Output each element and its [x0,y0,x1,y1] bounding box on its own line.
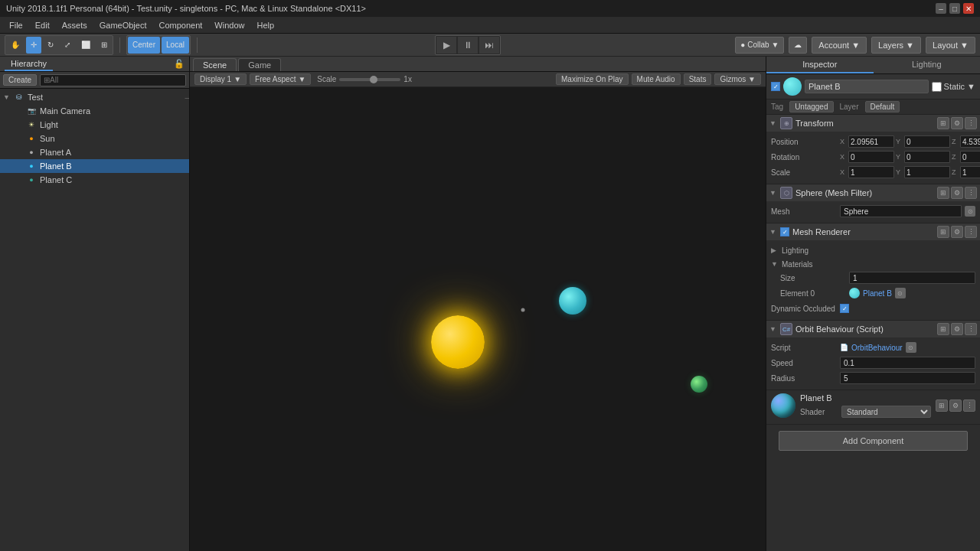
transform-menu-icon[interactable]: ⋮ [965,117,977,129]
pos-x-input[interactable] [848,135,894,148]
display-dropdown[interactable]: Display 1 ▼ [194,73,247,85]
speed-value-input[interactable] [840,357,975,369]
orbit-header[interactable]: ▼ C# Orbit Behaviour (Script) ⊞ ⚙ ⋮ [766,321,980,337]
materials-row[interactable]: ▼ Materials [771,257,975,271]
scale-y-input[interactable] [904,166,950,178]
maximize-on-play-button[interactable]: Maximize On Play [556,73,629,85]
menu-gameobject[interactable]: GameObject [93,19,153,31]
pos-y-input[interactable] [904,135,950,148]
menu-component[interactable]: Component [152,19,208,31]
mesh-target-icon[interactable]: ⊙ [965,206,975,217]
scale-slider[interactable] [339,78,400,81]
local-button[interactable]: Local [162,37,189,54]
pos-z-input[interactable] [960,135,980,148]
mesh-renderer-checkbox[interactable]: ✓ [780,227,789,236]
menu-help[interactable]: Help [250,19,280,31]
script-value[interactable]: OrbitBehaviour [851,344,903,352]
collab-button[interactable]: ● Collab ▼ [735,37,784,54]
hierarchy-item-planeta[interactable]: ● Planet A [0,145,189,159]
hierarchy-item-light[interactable]: ☀ Light [0,118,189,132]
static-toggle: Static ▼ [932,82,975,92]
static-checkbox[interactable] [932,82,942,92]
rot-y-input[interactable] [904,151,950,163]
size-value-input[interactable] [849,272,975,284]
rotate-tool-button[interactable]: ↻ [43,37,58,54]
transform-tool-button[interactable]: ⊞ [96,37,112,54]
menu-edit[interactable]: Edit [29,19,56,31]
hierarchy-item-maincamera[interactable]: 📷 Main Camera [0,104,189,118]
mute-audio-button[interactable]: Mute Audio [632,73,681,85]
scale-tool-button[interactable]: ⤢ [60,37,75,54]
game-tab[interactable]: Game [238,58,281,71]
close-button[interactable]: ✕ [963,3,974,14]
menu-file[interactable]: File [3,19,29,31]
object-active-checkbox[interactable]: ✓ [771,82,780,91]
object-name-input[interactable] [805,80,929,93]
minimize-button[interactable]: – [936,3,946,14]
cloud-button[interactable]: ☁ [789,37,807,54]
gizmos-button[interactable]: Gizmos ▼ [714,73,761,85]
add-component-button[interactable]: Add Component [779,431,968,451]
mesh-value-input[interactable] [840,205,962,217]
rect-tool-button[interactable]: ⬜ [77,37,95,54]
hierarchy-item-sun[interactable]: ● Sun [0,132,189,145]
hierarchy-lock[interactable]: 🔓 [174,59,185,69]
material-gear-icon[interactable]: ⚙ [949,399,962,412]
mesh-renderer-copy-icon[interactable]: ⊞ [937,226,949,238]
transform-copy-icon[interactable]: ⊞ [937,117,949,129]
material-copy-icon[interactable]: ⊞ [936,399,948,412]
mesh-filter-menu-icon[interactable]: ⋮ [965,187,977,199]
rot-x-input[interactable] [848,151,894,163]
mesh-renderer-gear-icon[interactable]: ⚙ [951,226,963,238]
play-button[interactable]: ▶ [436,37,456,54]
element0-target-icon[interactable]: ⊙ [895,288,906,298]
mesh-filter-gear-icon[interactable]: ⚙ [951,187,963,199]
move-tool-button[interactable]: ✛ [26,37,41,54]
tag-dropdown[interactable]: Untagged [789,101,833,112]
menu-assets[interactable]: Assets [56,19,93,31]
shader-select[interactable]: Standard [841,406,931,418]
scale-x-input[interactable] [848,166,894,178]
static-dropdown-arrow[interactable]: ▼ [967,82,975,91]
element0-value[interactable]: Planet B [863,289,892,298]
stats-button[interactable]: Stats [684,73,712,85]
step-button[interactable]: ⏭ [479,37,499,54]
lighting-row[interactable]: ▶ Lighting [771,243,975,257]
hierarchy-item-planetb[interactable]: ● Planet B [0,159,189,173]
mesh-filter-header[interactable]: ▼ ⬡ Sphere (Mesh Filter) ⊞ ⚙ ⋮ [766,184,980,201]
dynamic-occluded-checkbox[interactable]: ✓ [840,304,849,313]
menu-window[interactable]: Window [208,19,250,31]
script-target-icon[interactable]: ⊙ [906,342,916,353]
maximize-button[interactable]: □ [949,3,960,14]
account-dropdown[interactable]: Account ▼ [812,37,867,54]
hierarchy-item-test[interactable]: ▼ ⛁ Test – [0,90,189,104]
layout-dropdown[interactable]: Layout ▼ [926,37,975,54]
layers-dropdown[interactable]: Layers ▼ [871,37,921,54]
center-button[interactable]: Center [128,37,160,54]
rot-z-input[interactable] [960,151,980,163]
mesh-renderer-header[interactable]: ▼ ✓ Mesh Renderer ⊞ ⚙ ⋮ [766,223,980,240]
hierarchy-search[interactable] [40,74,186,86]
layer-dropdown[interactable]: Default [865,101,900,112]
hierarchy-item-planetc[interactable]: ● Planet C [0,173,189,187]
hand-tool-button[interactable]: ✋ [6,37,24,54]
transform-header[interactable]: ▼ ⊕ Transform ⊞ ⚙ ⋮ [766,115,980,132]
scene-tab[interactable]: Scene [193,58,237,71]
lighting-tab[interactable]: Lighting [874,57,981,73]
scene-view[interactable] [190,87,766,551]
scale-z-input[interactable] [960,166,980,178]
orbit-gear-icon[interactable]: ⚙ [951,323,963,335]
create-button[interactable]: Create [3,74,37,86]
radius-value-input[interactable] [840,372,975,384]
material-menu-icon[interactable]: ⋮ [963,399,975,412]
mesh-filter-copy-icon[interactable]: ⊞ [937,187,949,199]
orbit-menu-icon[interactable]: ⋮ [965,323,977,335]
mesh-row: Mesh ⊙ [771,204,975,218]
pause-button[interactable]: ⏸ [458,37,478,54]
aspect-dropdown[interactable]: Free Aspect ▼ [250,73,311,85]
inspector-tab[interactable]: Inspector [766,57,874,73]
hierarchy-tab[interactable]: Hierarchy [5,57,53,71]
mesh-renderer-menu-icon[interactable]: ⋮ [965,226,977,238]
orbit-copy-icon[interactable]: ⊞ [937,323,949,335]
transform-gear-icon[interactable]: ⚙ [951,117,963,129]
